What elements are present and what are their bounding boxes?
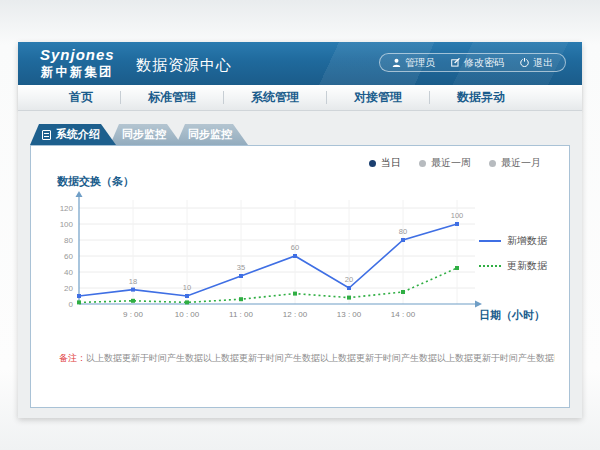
legend-label: 更新数据 xyxy=(507,259,547,273)
logo-english: Synjones xyxy=(40,47,115,64)
svg-text:120: 120 xyxy=(60,204,74,213)
line-chart: 0204060801001209 : 0010 : 0011 : 0012 : … xyxy=(45,190,495,340)
range-label: 最近一周 xyxy=(431,156,471,170)
tab-sync-monitor-2[interactable]: 同步监控 xyxy=(176,124,248,145)
current-user-button[interactable]: 管理员 xyxy=(392,56,435,70)
page-background: Synjones 新中新集团 数据资源中心 管理员 修改密码 退出 xyxy=(0,0,600,450)
range-option-today[interactable]: 当日 xyxy=(369,156,401,170)
svg-text:80: 80 xyxy=(399,227,407,236)
radio-selected-icon xyxy=(369,160,376,167)
line-chart-svg: 0204060801001209 : 0010 : 0011 : 0012 : … xyxy=(45,190,495,340)
logo-chinese: 新中新集团 xyxy=(40,66,115,80)
footnote: 备注：以上数据更新于时间产生数据以上数据更新于时间产生数据以上数据更新于时间产生… xyxy=(59,352,555,365)
svg-text:14 : 00: 14 : 00 xyxy=(391,310,416,319)
radio-unselected-icon xyxy=(419,160,426,167)
range-label: 最近一月 xyxy=(501,156,541,170)
power-icon xyxy=(520,58,529,67)
svg-text:40: 40 xyxy=(64,268,73,277)
logout-button[interactable]: 退出 xyxy=(520,56,553,70)
current-user-label: 管理员 xyxy=(405,56,435,70)
nav-item-integration-management[interactable]: 对接管理 xyxy=(327,91,430,104)
footnote-label: 备注： xyxy=(59,353,86,363)
dotted-line-swatch-icon xyxy=(479,265,501,267)
svg-text:0: 0 xyxy=(69,300,74,309)
edit-icon xyxy=(451,58,460,67)
company-logo[interactable]: Synjones 新中新集团 xyxy=(40,47,115,79)
svg-text:12 : 00: 12 : 00 xyxy=(283,310,308,319)
svg-text:60: 60 xyxy=(291,243,299,252)
main-navigation: 首页 标准管理 系统管理 对接管理 数据异动 xyxy=(18,85,582,111)
range-option-last-week[interactable]: 最近一周 xyxy=(419,156,471,170)
range-option-last-month[interactable]: 最近一月 xyxy=(489,156,541,170)
page-title: 数据资源中心 xyxy=(136,56,232,75)
time-range-selector: 当日 最近一周 最近一月 xyxy=(369,156,541,170)
footnote-text: 以上数据更新于时间产生数据以上数据更新于时间产生数据以上数据更新于时间产生数据以… xyxy=(86,353,555,363)
svg-text:10: 10 xyxy=(183,283,191,292)
svg-text:20: 20 xyxy=(345,275,353,284)
x-axis-title: 日期（小时） xyxy=(479,308,545,323)
app-header: Synjones 新中新集团 数据资源中心 管理员 修改密码 退出 xyxy=(18,42,582,85)
solid-line-swatch-icon xyxy=(479,240,501,242)
y-axis-title: 数据交换（条） xyxy=(57,174,134,189)
nav-item-system-management[interactable]: 系统管理 xyxy=(224,91,327,104)
tab-label: 系统介绍 xyxy=(56,127,100,142)
legend-item-update-data[interactable]: 更新数据 xyxy=(479,259,561,273)
nav-item-standard-management[interactable]: 标准管理 xyxy=(121,91,224,104)
logout-label: 退出 xyxy=(533,56,553,70)
svg-text:10 : 00: 10 : 00 xyxy=(175,310,200,319)
legend-item-new-data[interactable]: 新增数据 xyxy=(479,234,561,248)
svg-text:18: 18 xyxy=(129,277,137,286)
change-password-label: 修改密码 xyxy=(464,56,504,70)
content-area: 系统介绍 同步监控 同步监控 当日 最近一周 xyxy=(18,111,582,418)
chart-panel: 当日 最近一周 最近一月 数据交换（条） 0204060801001209 : … xyxy=(30,145,570,408)
change-password-button[interactable]: 修改密码 xyxy=(451,56,504,70)
nav-item-home[interactable]: 首页 xyxy=(42,91,121,104)
radio-unselected-icon xyxy=(489,160,496,167)
user-toolbar: 管理员 修改密码 退出 xyxy=(379,53,566,72)
svg-text:13 : 00: 13 : 00 xyxy=(337,310,362,319)
tab-strip: 系统介绍 同步监控 同步监控 xyxy=(30,124,242,145)
tab-sync-monitor-1[interactable]: 同步监控 xyxy=(110,124,182,145)
document-icon xyxy=(42,130,51,140)
svg-text:80: 80 xyxy=(64,236,73,245)
tab-label: 同步监控 xyxy=(122,127,166,142)
svg-text:60: 60 xyxy=(64,252,73,261)
nav-item-data-change[interactable]: 数据异动 xyxy=(430,91,532,104)
legend-label: 新增数据 xyxy=(507,234,547,248)
app-window: Synjones 新中新集团 数据资源中心 管理员 修改密码 退出 xyxy=(18,42,582,418)
svg-text:11 : 00: 11 : 00 xyxy=(229,310,253,319)
svg-text:35: 35 xyxy=(237,263,245,272)
tab-system-intro[interactable]: 系统介绍 xyxy=(30,124,116,145)
svg-text:100: 100 xyxy=(451,211,464,220)
range-label: 当日 xyxy=(381,156,401,170)
user-icon xyxy=(392,58,401,67)
svg-text:9 : 00: 9 : 00 xyxy=(123,310,144,319)
tab-label: 同步监控 xyxy=(188,127,232,142)
series-legend: 新增数据 更新数据 xyxy=(479,234,561,284)
svg-text:20: 20 xyxy=(64,284,73,293)
svg-text:100: 100 xyxy=(60,220,74,229)
